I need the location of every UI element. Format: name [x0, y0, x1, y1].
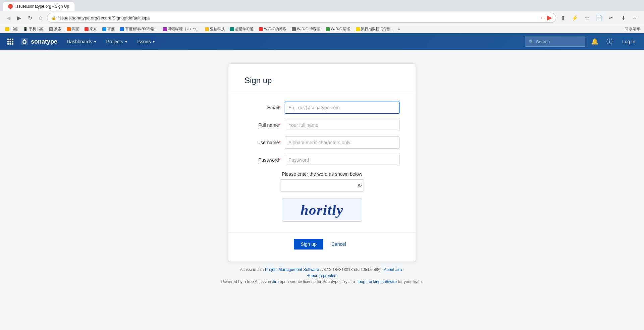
captcha-image-wrapper: horitly [245, 195, 399, 225]
bookmark-wdg1[interactable]: W-D-G的博客 [257, 26, 288, 32]
bookmark-mobile[interactable]: 📱手机书签 [21, 26, 46, 32]
notification-button[interactable]: 🔔 [589, 36, 600, 47]
bookmark-wdg2[interactable]: W-D-G·博客园 [290, 26, 322, 32]
fullname-required: * [279, 122, 281, 128]
bookmark-yaxin[interactable]: 亚信科技 [203, 26, 227, 32]
fullname-input[interactable] [285, 119, 399, 131]
reading-mode[interactable]: 阅读清单 [625, 26, 641, 32]
arrow-indicator: ← ▶ [539, 14, 552, 21]
footer-version: (v8.13.18#813018-sha1:6cb0b68) · [319, 267, 384, 272]
svg-rect-4 [10, 41, 11, 43]
login-button[interactable]: Log In [619, 37, 639, 46]
bookmark-wdg3[interactable]: W-D-G·语雀 [324, 26, 353, 32]
username-row: Username* [245, 136, 399, 149]
captcha-image: horitly [282, 198, 362, 222]
footer-bug-link[interactable]: bug tracking software [359, 279, 397, 284]
title-divider [228, 92, 416, 92]
svg-rect-6 [7, 43, 9, 45]
svg-rect-7 [10, 43, 11, 45]
footer-line1: Atlassian Jira Project Management Softwa… [5, 267, 639, 272]
page-footer: Atlassian Jira Project Management Softwa… [0, 262, 644, 291]
svg-point-10 [23, 41, 25, 43]
username-label: Username* [245, 140, 285, 145]
dashboards-chevron: ▼ [94, 40, 97, 44]
captcha-display-text: horitly [300, 202, 344, 218]
sonatype-logo-icon [21, 38, 28, 45]
help-button[interactable]: ⓘ [604, 36, 615, 47]
footer-jira-link[interactable]: Jira [272, 279, 279, 284]
username-required: * [279, 140, 281, 145]
extensions-button[interactable]: 📄 [594, 13, 604, 22]
fullname-row: Full name* [245, 119, 399, 131]
footer-jira-pre: Atlassian Jira [240, 267, 265, 272]
footer-powered-mid: open source license for Sonatype. Try Ji… [279, 279, 359, 284]
bookmark-taobao[interactable]: 淘宝 [65, 26, 81, 32]
address-bar[interactable]: 🔒 issues.sonatype.org/secure/Signup!defa… [47, 13, 556, 23]
history-back[interactable]: ⤺ [606, 13, 616, 22]
captcha-refresh-icon[interactable]: ↻ [358, 182, 362, 189]
captcha-input-row: ↻ [245, 179, 399, 191]
download-button[interactable]: ⬇ [619, 13, 628, 22]
svg-rect-5 [12, 41, 13, 43]
form-divider [228, 232, 416, 232]
menu-button[interactable]: ⋯ [631, 13, 640, 22]
app-logo[interactable]: sonatype [21, 38, 57, 45]
nav-issues[interactable]: Issues ▼ [133, 37, 159, 46]
share-button[interactable]: ⬆ [558, 13, 568, 22]
password-required: * [279, 157, 281, 163]
app-logo-text: sonatype [31, 38, 57, 45]
star-button[interactable]: ☆ [582, 13, 592, 22]
nav-dashboards[interactable]: Dashboards ▼ [63, 37, 101, 46]
footer-report-link[interactable]: Report a problem [307, 273, 338, 278]
password-input[interactable] [285, 154, 399, 166]
form-actions: Sign up Cancel [245, 239, 399, 250]
bookmark-star[interactable]: ★ 书签 [3, 26, 20, 32]
nav-projects[interactable]: Projects ▼ [102, 37, 131, 46]
bookmark-baidu[interactable]: 百度 [100, 26, 117, 32]
email-label: Email* [245, 105, 285, 110]
bookmark-jd[interactable]: 京东 [83, 26, 99, 32]
tab-label: issues.sonatype.org - Sign Up [15, 4, 69, 9]
bookmarks-bar: ★ 书签 📱手机书签 S搜索 淘宝 京东 百度 百度翻译-200种语... 哔哩… [0, 25, 644, 33]
tab-favicon [8, 4, 13, 9]
svg-rect-2 [12, 39, 13, 40]
bookmark-qq[interactable]: 流行指数榜·QQ音... [354, 26, 395, 32]
footer-pms-link[interactable]: Project Management Software [265, 267, 319, 272]
username-input[interactable] [285, 136, 399, 149]
back-button[interactable]: ◀ [4, 13, 13, 22]
svg-rect-8 [12, 43, 13, 45]
bookmark-translate[interactable]: 百度翻译-200种语... [118, 26, 160, 32]
header-right: 🔍 Search 🔔 ⓘ Log In [525, 36, 639, 47]
email-input[interactable] [285, 102, 399, 114]
signup-button[interactable]: Sign up [294, 239, 323, 250]
forward-button[interactable]: ▶ [15, 13, 23, 22]
search-icon: 🔍 [529, 39, 534, 44]
bookmark-search[interactable]: S搜索 [47, 26, 63, 32]
browser-tab[interactable]: issues.sonatype.org - Sign Up [3, 2, 74, 11]
cancel-button[interactable]: Cancel [327, 239, 350, 250]
nav-issues-label: Issues [137, 39, 151, 44]
bookmark-bilibili[interactable]: 哔哩哔哩（'-'）つ... [161, 26, 202, 32]
bookmark-chaoxing[interactable]: 超星学习通 [228, 26, 256, 32]
lightning-button[interactable]: ⚡ [570, 13, 580, 22]
svg-rect-0 [7, 39, 9, 40]
home-button[interactable]: ⌂ [36, 13, 45, 22]
fullname-label: Full name* [245, 122, 285, 128]
signup-title: Sign up [245, 76, 399, 85]
footer-about-link[interactable]: About Jira [384, 267, 402, 272]
footer-dot: · [402, 267, 404, 272]
email-required: * [279, 105, 281, 110]
header-search[interactable]: 🔍 Search [525, 37, 585, 47]
captcha-input-wrapper: ↻ [280, 179, 364, 191]
more-bookmarks[interactable]: » [396, 26, 401, 32]
captcha-input[interactable] [280, 179, 364, 191]
browser-nav-actions: ⬆ ⚡ ☆ 📄 ⤺ ⬇ ⋯ [558, 13, 640, 22]
projects-chevron: ▼ [124, 40, 128, 44]
browser-chrome: issues.sonatype.org - Sign Up ◀ ▶ ↻ ⌂ 🔒 … [0, 0, 644, 33]
reload-button[interactable]: ↻ [25, 13, 34, 22]
nav-dashboards-label: Dashboards [67, 39, 92, 44]
search-placeholder-text: Search [536, 39, 550, 44]
captcha-instruction: Please enter the word as shown below [245, 171, 399, 177]
svg-rect-1 [10, 39, 11, 40]
app-grid-icon[interactable] [5, 37, 15, 47]
